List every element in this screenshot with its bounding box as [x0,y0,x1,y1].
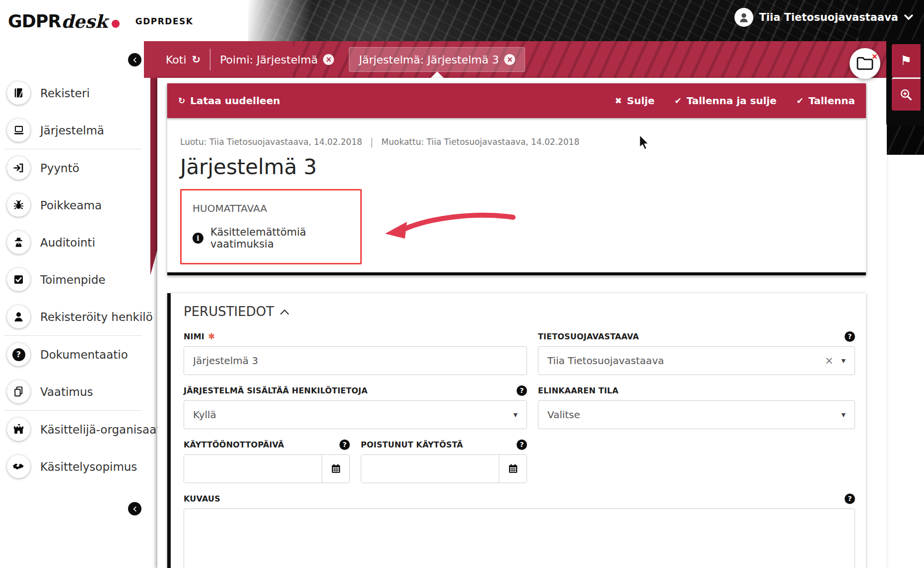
elinkaaren-tila-select[interactable]: Valitse ▼ [538,400,855,429]
tab-bar: Koti ↻ Poimi: Järjestelmä × Järjestelmä:… [144,41,887,78]
nimi-input[interactable] [184,346,527,375]
close-folder-button[interactable]: × [850,48,880,79]
fort-icon [7,418,30,441]
sidebar-collapse-button-top[interactable] [128,53,141,66]
sidebar-item-kasittelija-organisaatio[interactable]: Käsittelijä-organisaatio [0,411,150,448]
refresh-icon: ↻ [178,96,185,106]
modified-meta: Muokattu: Tiia Tietosuojavastaava, 14.02… [382,137,580,147]
close-icon[interactable]: × [504,54,515,65]
annotation-arrow [383,211,522,242]
laptop-icon [7,119,30,142]
handshake-icon [7,455,30,478]
sidebar: Rekisteri Järjestelmä Pyyntö Poikkea [0,42,150,568]
sidebar-item-rekisteri[interactable]: Rekisteri [0,74,150,112]
zoom-in-button[interactable] [892,77,921,111]
book-icon [7,81,30,105]
sidebar-item-label: Poikkeama [40,199,102,212]
close-icon[interactable]: × [323,54,334,65]
field-henkilotietoja: JÄRJESTELMÄ SISÄLTÄÄ HENKILÖTIETOJA ? Ky… [184,385,527,429]
sidebar-item-auditointi[interactable]: Auditointi [0,224,150,261]
help-icon[interactable]: ? [517,385,527,396]
mouse-cursor [639,134,651,150]
sidebar-item-vaatimus[interactable]: Vaatimus [0,373,150,410]
clear-selection-icon[interactable]: × [825,355,834,367]
sidebar-item-poikkeama[interactable]: Poikkeama [0,187,150,224]
poistunut-kaytosta-input[interactable] [361,455,499,483]
sign-in-icon [7,156,30,180]
sidebar-item-kasittelysopimus[interactable]: Käsittelysopimus [0,448,150,485]
kayttoonottopaiva-input[interactable] [184,455,322,483]
folder-icon [856,56,874,70]
henkilotietoja-select[interactable]: Kyllä ▼ [184,400,527,429]
close-record-button[interactable]: ✖ Sulje [615,95,655,107]
save-and-close-button[interactable]: ✔ Tallenna ja sulje [674,95,777,107]
sidebar-nav: Rekisteri Järjestelmä Pyyntö Poikkea [0,74,150,485]
tietosuojavastaava-select[interactable]: Tiia Tietosuojavastaava × ▼ [538,346,855,375]
calendar-button[interactable] [322,455,349,483]
sidebar-item-label: Dokumentaatio [40,348,128,361]
required-icon: ✱ [208,331,215,341]
chevron-left-icon [132,57,138,63]
zoom-in-icon [899,88,913,102]
reload-button[interactable]: ↻ Lataa uudelleen [178,95,280,107]
date-fields-row: KÄYTTÖÖNOTTOPÄIVÄ ? POISTUNUT KÄYTÖS [184,439,527,493]
active-tab-caret [431,71,444,78]
record-toolbar: ↻ Lataa uudelleen ✖ Sulje ✔ Tallenna ja … [167,83,866,118]
record-editor-card: ↻ Lataa uudelleen ✖ Sulje ✔ Tallenna ja … [157,78,887,568]
alert-heading: HUOMATTAVAA [193,202,349,214]
sidebar-collapse-button-bottom[interactable] [128,502,141,515]
help-icon[interactable]: ? [339,440,350,450]
sidebar-item-label: Käsittelijä-organisaatio [40,423,171,436]
user-menu[interactable]: Tiia Tietosuojavastaava [734,8,913,27]
save-button[interactable]: ✔ Tallenna [796,95,855,107]
help-icon[interactable]: ? [845,331,855,342]
sidebar-item-label: Järjestelmä [40,124,104,137]
chevron-down-icon [904,14,913,20]
perustiedot-section: PERUSTIEDOT NIMI✱ TIETOSUOJAVASTAAVA ? [167,293,866,568]
flag-icon: ⚑ [900,53,912,68]
sidebar-item-toimenpide[interactable]: Toimenpide [0,261,150,298]
calendar-button[interactable] [499,455,527,483]
help-icon[interactable]: ? [517,440,527,450]
tab-home[interactable]: Koti ↻ [156,41,210,78]
close-icon: × [872,51,877,62]
sidebar-item-jarjestelma[interactable]: Järjestelmä [0,112,150,149]
record-meta: Luotu: Tiia Tietosuojavastaava, 14.02.20… [180,136,853,148]
check-icon: ✔ [796,96,803,106]
field-label: TIETOSUOJAVASTAAVA [538,332,639,341]
bug-icon [7,193,30,217]
app-name: GDPRDESK [135,16,194,26]
sidebar-item-label: Auditointi [40,236,95,249]
tab-jarjestelma-3[interactable]: Järjestelmä: Järjestelmä 3 × [349,48,525,71]
field-label: KÄYTTÖÖNOTTOPÄIVÄ [184,440,284,449]
user-avatar [734,8,753,27]
section-header-perustiedot[interactable]: PERUSTIEDOT [184,304,855,319]
toolbar-actions: ✖ Sulje ✔ Tallenna ja sulje ✔ Tallenna [615,95,855,107]
logo-dot-icon [112,20,120,28]
sidebar-item-dokumentaatio[interactable]: ? Dokumentaatio [0,336,150,373]
select-caret-icon: ▼ [842,358,846,364]
field-elinkaaren-tila: ELINKAAREN TILA Valitse ▼ [538,385,855,429]
kuvaus-textarea[interactable] [184,508,855,568]
calendar-icon [507,463,519,475]
help-icon[interactable]: ? [845,494,855,504]
record-header-card: ↻ Lataa uudelleen ✖ Sulje ✔ Tallenna ja … [167,83,866,275]
sidebar-item-pyynto[interactable]: Pyyntö [0,149,150,187]
flag-button[interactable]: ⚑ [892,44,921,77]
perustiedot-form: NIMI✱ TIETOSUOJAVASTAAVA ? Tiia Tietosuo… [184,331,855,568]
check-square-icon [7,268,30,291]
check-icon: ✔ [674,96,681,106]
tab-label: Koti [166,54,187,66]
copy-icon [7,380,30,403]
tab-poimi-jarjestelma[interactable]: Poimi: Järjestelmä × [210,41,343,78]
field-label: ELINKAAREN TILA [538,386,618,395]
alert-item[interactable]: i Käsittelemättömiä vaatimuksia [193,226,349,250]
field-kuvaus: KUVAUS ? [184,493,855,568]
sidebar-item-label: Rekisteröity henkilö [40,311,153,323]
logo-text-script: desk [61,11,107,32]
app-logo: GDPRdesk GDPRDESK [8,7,193,36]
refresh-icon[interactable]: ↻ [192,54,201,65]
created-meta: Luotu: Tiia Tietosuojavastaava, 14.02.20… [180,137,362,147]
field-poistunut-kaytosta: POISTUNUT KÄYTÖSTÄ ? [361,439,527,483]
sidebar-item-rekisteroity-henkilo[interactable]: Rekisteröity henkilö [0,298,150,335]
